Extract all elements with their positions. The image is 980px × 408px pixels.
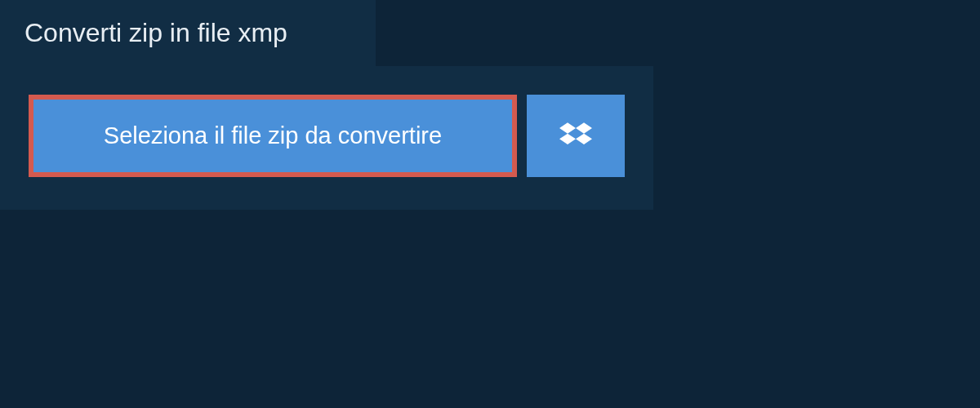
button-row: Seleziona il file zip da convertire xyxy=(29,95,625,177)
main-panel: Seleziona il file zip da convertire xyxy=(0,66,653,210)
select-file-button[interactable]: Seleziona il file zip da convertire xyxy=(29,95,517,177)
page-title-tab: Converti zip in file xmp xyxy=(0,0,376,66)
dropbox-button[interactable] xyxy=(527,95,625,177)
select-file-label: Seleziona il file zip da convertire xyxy=(104,122,442,149)
page-title: Converti zip in file xmp xyxy=(24,18,287,47)
dropbox-icon xyxy=(559,120,592,153)
